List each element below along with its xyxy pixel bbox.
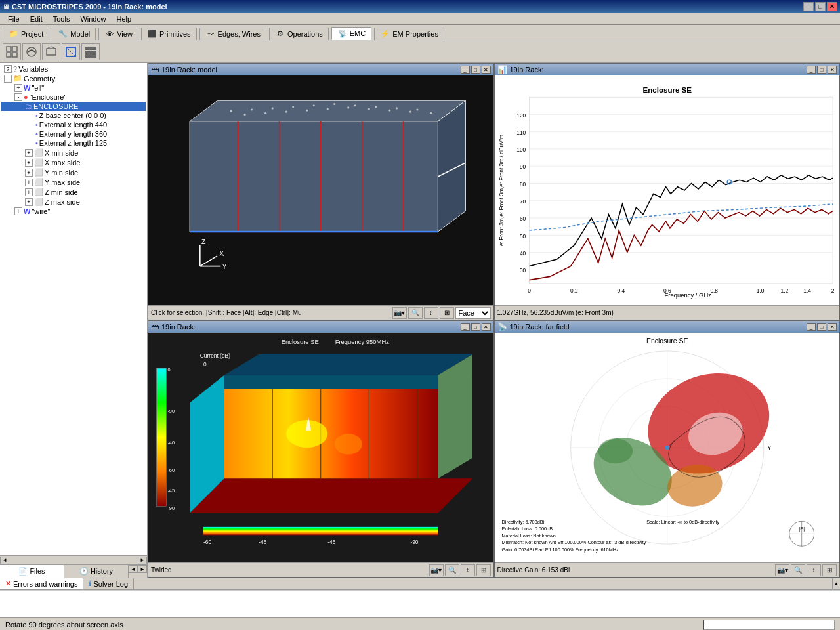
status-input[interactable]: [704, 620, 835, 630]
nav-history[interactable]: 🕐History: [64, 565, 129, 578]
current-camera-btn[interactable]: 📷▾: [429, 564, 444, 576]
tree-ymin-side[interactable]: + ⬜ Y min side: [1, 167, 146, 177]
expand-zmax[interactable]: +: [25, 198, 33, 206]
tree-zmax-side[interactable]: + ⬜ Z max side: [1, 197, 146, 207]
menu-tools[interactable]: Tools: [48, 14, 75, 24]
model-maximize-btn[interactable]: □: [471, 66, 480, 74]
window-title: CST MICROSTRIPES 2009 - 19in Rack: model: [12, 3, 167, 10]
expand-ymin[interactable]: +: [25, 169, 33, 177]
menu-edit[interactable]: Edit: [25, 14, 48, 24]
scroll-left-btn[interactable]: ◄: [0, 556, 9, 564]
camera-dropdown-btn[interactable]: 📷▾: [392, 307, 407, 319]
tool-button-1[interactable]: [3, 43, 21, 60]
svg-rect-15: [93, 51, 96, 54]
nav-files[interactable]: 📄Files: [0, 565, 64, 578]
tree-wire[interactable]: + W "wire": [1, 207, 146, 216]
tree-ell[interactable]: + W "ell": [1, 83, 146, 93]
menu-file[interactable]: File: [3, 14, 25, 24]
model-minimize-btn[interactable]: _: [461, 66, 470, 74]
tab-errors-warnings[interactable]: ✕ Errors and warnings: [0, 578, 83, 589]
tree-prop-y-length[interactable]: • External y length 360: [1, 129, 146, 138]
sidebar-nav: 📄Files 🕐History ◄ ►: [0, 564, 147, 578]
tab-view[interactable]: 👁 View: [98, 28, 138, 40]
tool-button-5[interactable]: [81, 43, 100, 60]
menu-help[interactable]: Help: [112, 14, 137, 24]
model-close-btn[interactable]: ✕: [482, 66, 491, 74]
zoom-btn[interactable]: 🔍: [408, 307, 423, 319]
current-zoom-btn[interactable]: 🔍: [445, 564, 459, 576]
tab-emc[interactable]: 📡 EMC: [331, 27, 371, 40]
tool-button-4[interactable]: [62, 43, 80, 60]
chart-maximize-btn[interactable]: □: [817, 66, 826, 74]
chart-close-btn[interactable]: ✕: [828, 66, 837, 74]
farfield-close-btn[interactable]: ✕: [828, 323, 837, 331]
tree-prop-z-length[interactable]: • External z length 125: [1, 138, 146, 148]
bottom-panel-scroll[interactable]: ▲: [832, 578, 840, 589]
tree-enclosure[interactable]: - ● "Enclosure": [1, 93, 146, 102]
tab-solver-log[interactable]: ℹ Solver Log: [83, 578, 134, 589]
svg-rect-12: [93, 47, 96, 50]
current-minimize-btn[interactable]: _: [461, 323, 470, 331]
expand-variables[interactable]: ?: [4, 65, 12, 73]
tab-model[interactable]: 🔧 Model: [52, 28, 96, 40]
tab-project[interactable]: 📁 Project: [3, 28, 49, 40]
tree-variables[interactable]: ? ? Variables: [1, 64, 146, 74]
expand-xmin[interactable]: +: [25, 149, 33, 157]
sidebar-nav-forward[interactable]: ►: [138, 565, 147, 573]
expand-enclosure[interactable]: -: [14, 93, 22, 101]
tree-enclosure-box[interactable]: 🗂 ENCLOSURE: [1, 102, 146, 111]
tree-geometry[interactable]: - 📁 Geometry: [1, 74, 146, 83]
close-button[interactable]: ✕: [827, 2, 837, 11]
viewport-current-content[interactable]: Enclosure SE Frequency 950MHz Current (d…: [148, 333, 494, 562]
current-fit-btn[interactable]: ⊞: [476, 564, 491, 576]
viewport-model-content[interactable]: X Z Y: [148, 75, 494, 305]
h-scrollbar[interactable]: [9, 556, 138, 564]
expand-xmax[interactable]: +: [25, 159, 33, 167]
svg-text:Polarizh. Loss:  0.000dB: Polarizh. Loss: 0.000dB: [501, 526, 553, 532]
tree-xmax-side[interactable]: + ⬜ X max side: [1, 158, 146, 167]
ff-camera-btn[interactable]: 📷▾: [775, 564, 789, 576]
tab-edges-wires[interactable]: 〰 Edges, Wires: [200, 28, 266, 40]
viewport-chart-content[interactable]: Enclosure SE e: Front 3m,e: Front 3m,e: …: [495, 75, 840, 305]
current-rotate-btn[interactable]: ↕: [461, 564, 475, 576]
tree-ymax-side[interactable]: + ⬜ Y max side: [1, 177, 146, 187]
minimize-button[interactable]: _: [803, 2, 814, 11]
menu-window[interactable]: Window: [75, 14, 111, 24]
tree-prop-x-length[interactable]: • External x length 440: [1, 120, 146, 129]
expand-ell[interactable]: +: [14, 84, 22, 92]
expand-ymax[interactable]: +: [25, 178, 33, 186]
rotate-btn[interactable]: ↕: [424, 307, 438, 319]
farfield-minimize-btn[interactable]: _: [807, 323, 816, 331]
svg-point-33: [354, 104, 356, 106]
current-close-btn[interactable]: ✕: [482, 323, 491, 331]
ff-rotate-btn[interactable]: ↕: [807, 564, 821, 576]
viewport-farfield-content[interactable]: Enclosure SE Y: [495, 333, 840, 562]
tab-em-properties[interactable]: ⚡ EM Properties: [374, 28, 444, 40]
maximize-button[interactable]: □: [815, 2, 826, 11]
tool-button-3[interactable]: [42, 43, 60, 60]
svg-text:2: 2: [831, 287, 834, 294]
tree-zmin-side[interactable]: + ⬜ Z min side: [1, 187, 146, 197]
edges-icon: 〰: [205, 30, 216, 39]
ff-fit-btn[interactable]: ⊞: [822, 564, 837, 576]
viewport-model-statusbar: Click for selection. [Shift]: Face [Alt]…: [148, 305, 494, 320]
expand-zmin[interactable]: +: [25, 188, 33, 196]
tree-xmin-side[interactable]: + ⬜ X min side: [1, 148, 146, 158]
farfield-maximize-btn[interactable]: □: [817, 323, 826, 331]
fit-btn[interactable]: ⊞: [440, 307, 454, 319]
chart-minimize-btn[interactable]: _: [807, 66, 816, 74]
tab-emc-label: EMC: [350, 30, 366, 37]
tool-button-2[interactable]: [22, 43, 41, 60]
expand-wire[interactable]: +: [14, 207, 22, 215]
model-status-text: Click for selection. [Shift]: Face [Alt]…: [151, 309, 302, 316]
face-select[interactable]: Face Edge Vertex: [455, 307, 491, 319]
ff-zoom-btn[interactable]: 🔍: [791, 564, 805, 576]
tree-prop-z-base[interactable]: • Z base center (0 0 0): [1, 111, 146, 120]
tab-primitives[interactable]: ⬛ Primitives: [141, 28, 197, 40]
svg-text:0.6: 0.6: [663, 287, 671, 294]
tab-operations[interactable]: ⚙ Operations: [269, 28, 329, 40]
current-maximize-btn[interactable]: □: [471, 323, 480, 331]
scroll-right-btn[interactable]: ►: [138, 556, 147, 564]
expand-geometry[interactable]: -: [4, 75, 12, 83]
sidebar-nav-back[interactable]: ◄: [129, 565, 138, 573]
